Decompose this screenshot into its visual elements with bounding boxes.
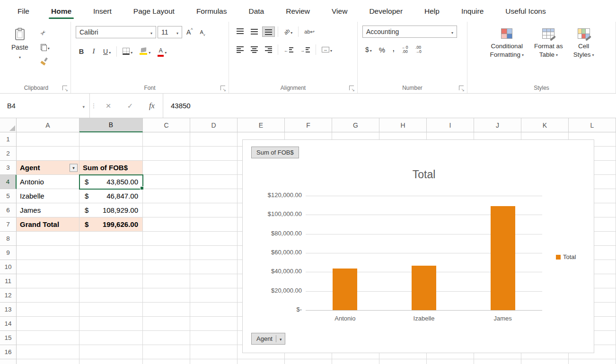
row-header-5[interactable]: 5 (0, 189, 17, 203)
cell-B5[interactable]: $46,847.00 (79, 189, 143, 203)
row-header-13[interactable]: 13 (0, 303, 17, 317)
cell-D7[interactable] (190, 217, 238, 232)
align-left-button[interactable] (234, 44, 246, 55)
cell-B7[interactable]: $199,626.00 (79, 217, 143, 232)
enter-button[interactable] (119, 94, 141, 118)
row-header-6[interactable]: 6 (0, 203, 17, 217)
cell-B8[interactable] (79, 232, 143, 246)
accounting-format-button[interactable]: $ (362, 43, 375, 56)
percent-style-button[interactable]: % (376, 44, 388, 56)
number-format-select[interactable]: Accounting (362, 26, 457, 38)
name-box[interactable]: B4 (0, 94, 90, 118)
chart-legend[interactable]: Total (556, 253, 576, 260)
middle-align-button[interactable] (248, 26, 261, 37)
cell-B10[interactable] (79, 260, 143, 274)
cell-B17[interactable] (79, 359, 143, 364)
tab-inquire[interactable]: Inquire (450, 2, 494, 22)
cell-D17[interactable] (190, 359, 238, 364)
cell-C13[interactable] (143, 303, 190, 317)
tab-review[interactable]: Review (275, 2, 321, 22)
wrap-text-button[interactable] (301, 27, 317, 37)
top-align-button[interactable] (234, 26, 246, 37)
fill-color-button[interactable] (137, 45, 153, 58)
dialog-launcher-icon[interactable] (349, 86, 354, 90)
decrease-font-size-button[interactable] (197, 26, 208, 38)
cell-C12[interactable] (143, 288, 190, 303)
cell-A17[interactable] (17, 359, 79, 364)
formula-input[interactable]: 43850 (163, 94, 616, 118)
cell-A3[interactable]: Agent (17, 161, 79, 175)
value-field-button[interactable]: Sum of FOB$ (251, 147, 299, 158)
tab-help[interactable]: Help (414, 2, 450, 22)
font-size-select[interactable]: 11 (158, 26, 182, 38)
axis-field-button[interactable]: Agent (251, 333, 285, 345)
merge-center-button[interactable] (319, 43, 335, 56)
formula-bar-handle[interactable] (90, 94, 97, 118)
increase-decimal-button[interactable]: ←0.00 (399, 43, 411, 56)
cell-B12[interactable] (79, 288, 143, 303)
font-color-button[interactable] (155, 44, 169, 59)
pivot-filter-button[interactable] (70, 164, 78, 172)
bar-james[interactable] (491, 206, 515, 310)
tab-useful-icons[interactable]: Useful Icons (494, 2, 556, 22)
cell-K17[interactable] (521, 359, 569, 364)
cell-A13[interactable] (17, 303, 79, 317)
cell-B2[interactable] (79, 147, 143, 161)
row-header-4[interactable]: 4 (0, 175, 17, 189)
cell-A1[interactable] (17, 132, 79, 147)
bar-izabelle[interactable] (412, 266, 436, 310)
decrease-indent-button[interactable] (281, 43, 296, 56)
column-header-D[interactable]: D (190, 118, 238, 132)
row-header-10[interactable]: 10 (0, 260, 17, 274)
cell-D15[interactable] (190, 331, 238, 345)
row-header-2[interactable]: 2 (0, 147, 17, 161)
cancel-button[interactable] (97, 94, 119, 118)
cell-C9[interactable] (143, 246, 190, 260)
cell-B4[interactable]: $43,850.00 (79, 175, 143, 189)
cell-A6[interactable]: James (17, 203, 79, 217)
pivot-chart[interactable]: Sum of FOB$ Total Total Agent $-$20,000.… (242, 139, 594, 353)
cell-B9[interactable] (79, 246, 143, 260)
row-header-7[interactable]: 7 (0, 217, 17, 232)
cell-A12[interactable] (17, 288, 79, 303)
cell-A10[interactable] (17, 260, 79, 274)
cell-B13[interactable] (79, 303, 143, 317)
cell-B14[interactable] (79, 317, 143, 331)
chevron-down-icon[interactable] (82, 102, 85, 110)
font-name-select[interactable]: Calibri (76, 26, 156, 38)
cell-F17[interactable] (285, 359, 332, 364)
cell-B15[interactable] (79, 331, 143, 345)
bold-button[interactable]: B (76, 46, 87, 57)
cell-D8[interactable] (190, 232, 238, 246)
tab-developer[interactable]: Developer (358, 2, 414, 22)
row-header-8[interactable]: 8 (0, 232, 17, 246)
tab-page-layout[interactable]: Page Layout (123, 2, 185, 22)
align-right-button[interactable] (262, 44, 275, 55)
bar-antonio[interactable] (333, 269, 357, 310)
row-header-1[interactable]: 1 (0, 132, 17, 147)
cell-C4[interactable] (143, 175, 190, 189)
row-header-11[interactable]: 11 (0, 274, 17, 288)
cell-I17[interactable] (427, 359, 474, 364)
tab-home[interactable]: Home (40, 2, 82, 22)
increase-font-size-button[interactable] (184, 26, 196, 38)
column-header-G[interactable]: G (332, 118, 379, 132)
row-header-14[interactable]: 14 (0, 317, 17, 331)
increase-indent-button[interactable] (298, 43, 313, 56)
column-header-H[interactable]: H (379, 118, 427, 132)
cell-D11[interactable] (190, 274, 238, 288)
format-as-table-button[interactable]: Format as Table (530, 26, 567, 62)
cell-B3[interactable]: Sum of FOB$ (79, 161, 143, 175)
underline-button[interactable]: U (100, 45, 114, 58)
tab-formulas[interactable]: Formulas (185, 2, 238, 22)
conditional-formatting-button[interactable]: Conditional Formatting (485, 26, 528, 62)
cell-C1[interactable] (143, 132, 190, 147)
paste-button[interactable]: Paste (7, 26, 33, 67)
cell-E17[interactable] (238, 359, 285, 364)
cell-D10[interactable] (190, 260, 238, 274)
cell-C3[interactable] (143, 161, 190, 175)
row-header-16[interactable]: 16 (0, 345, 17, 359)
cell-A7[interactable]: Grand Total (17, 217, 79, 232)
borders-button[interactable] (120, 45, 135, 58)
cell-D5[interactable] (190, 189, 238, 203)
